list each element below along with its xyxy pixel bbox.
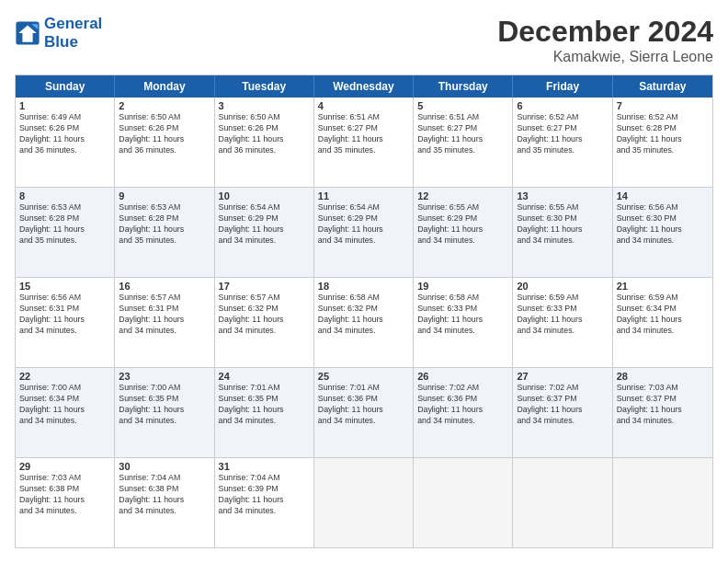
calendar-cell-12: 12Sunrise: 6:55 AM Sunset: 6:29 PM Dayli… [414,188,513,277]
calendar-cell-15: 15Sunrise: 6:56 AM Sunset: 6:31 PM Dayli… [16,278,115,367]
day-number: 6 [517,100,608,111]
header-friday: Friday [513,75,612,98]
calendar-cell-11: 11Sunrise: 6:54 AM Sunset: 6:29 PM Dayli… [314,188,414,277]
day-number: 29 [19,461,110,472]
calendar-cell-22: 22Sunrise: 7:00 AM Sunset: 6:34 PM Dayli… [16,368,115,457]
day-number: 20 [517,281,608,292]
day-number: 12 [417,190,508,201]
day-number: 8 [19,190,110,201]
day-number: 18 [318,281,409,292]
calendar-cell-25: 25Sunrise: 7:01 AM Sunset: 6:36 PM Dayli… [314,368,414,457]
calendar-cell-9: 9Sunrise: 6:53 AM Sunset: 6:28 PM Daylig… [115,188,214,277]
calendar-cell-empty [613,458,712,547]
day-number: 23 [119,371,210,382]
day-info: Sunrise: 6:57 AM Sunset: 6:32 PM Dayligh… [219,293,310,337]
calendar-cell-30: 30Sunrise: 7:04 AM Sunset: 6:38 PM Dayli… [115,458,214,547]
day-number: 27 [517,371,608,382]
calendar-cell-24: 24Sunrise: 7:01 AM Sunset: 6:35 PM Dayli… [215,368,314,457]
calendar-cell-23: 23Sunrise: 7:00 AM Sunset: 6:35 PM Dayli… [115,368,214,457]
day-number: 5 [417,100,508,111]
calendar-week-1: 8Sunrise: 6:53 AM Sunset: 6:28 PM Daylig… [16,188,712,278]
day-info: Sunrise: 6:55 AM Sunset: 6:30 PM Dayligh… [517,202,608,247]
day-info: Sunrise: 6:52 AM Sunset: 6:27 PM Dayligh… [517,112,608,156]
calendar-cell-31: 31Sunrise: 7:04 AM Sunset: 6:39 PM Dayli… [215,458,314,547]
calendar-cell-19: 19Sunrise: 6:58 AM Sunset: 6:33 PM Dayli… [414,278,513,367]
header: General Blue December 2024 Kamakwie, Sie… [15,15,713,65]
calendar-cell-4: 4Sunrise: 6:51 AM Sunset: 6:27 PM Daylig… [314,98,414,187]
calendar-cell-13: 13Sunrise: 6:55 AM Sunset: 6:30 PM Dayli… [513,188,612,277]
calendar-cell-17: 17Sunrise: 6:57 AM Sunset: 6:32 PM Dayli… [215,278,314,367]
day-info: Sunrise: 7:04 AM Sunset: 6:39 PM Dayligh… [219,473,310,517]
day-info: Sunrise: 6:53 AM Sunset: 6:28 PM Dayligh… [19,202,110,247]
day-info: Sunrise: 6:57 AM Sunset: 6:31 PM Dayligh… [119,293,210,337]
day-number: 11 [318,190,409,201]
day-number: 3 [219,100,310,111]
calendar-week-2: 15Sunrise: 6:56 AM Sunset: 6:31 PM Dayli… [16,278,712,368]
day-number: 16 [119,281,210,292]
day-info: Sunrise: 6:52 AM Sunset: 6:28 PM Dayligh… [617,112,709,156]
calendar-cell-empty [314,458,414,547]
logo-text: General Blue [44,15,102,51]
calendar-week-3: 22Sunrise: 7:00 AM Sunset: 6:34 PM Dayli… [16,368,712,458]
day-info: Sunrise: 6:54 AM Sunset: 6:29 PM Dayligh… [219,202,310,247]
calendar: Sunday Monday Tuesday Wednesday Thursday… [15,75,713,548]
day-info: Sunrise: 6:50 AM Sunset: 6:26 PM Dayligh… [119,112,210,156]
calendar-header: Sunday Monday Tuesday Wednesday Thursday… [16,75,712,98]
header-sunday: Sunday [16,75,115,98]
day-info: Sunrise: 7:04 AM Sunset: 6:38 PM Dayligh… [119,473,210,517]
calendar-cell-29: 29Sunrise: 7:03 AM Sunset: 6:38 PM Dayli… [16,458,115,547]
day-info: Sunrise: 7:00 AM Sunset: 6:34 PM Dayligh… [19,383,110,427]
calendar-cell-2: 2Sunrise: 6:50 AM Sunset: 6:26 PM Daylig… [115,98,214,187]
day-info: Sunrise: 7:03 AM Sunset: 6:37 PM Dayligh… [617,383,709,427]
day-info: Sunrise: 6:58 AM Sunset: 6:32 PM Dayligh… [318,293,409,337]
calendar-cell-10: 10Sunrise: 6:54 AM Sunset: 6:29 PM Dayli… [215,188,314,277]
calendar-cell-14: 14Sunrise: 6:56 AM Sunset: 6:30 PM Dayli… [613,188,712,277]
header-tuesday: Tuesday [215,75,314,98]
calendar-cell-6: 6Sunrise: 6:52 AM Sunset: 6:27 PM Daylig… [513,98,612,187]
day-number: 1 [19,100,110,111]
header-monday: Monday [115,75,214,98]
day-info: Sunrise: 6:59 AM Sunset: 6:33 PM Dayligh… [517,293,608,337]
calendar-week-4: 29Sunrise: 7:03 AM Sunset: 6:38 PM Dayli… [16,458,712,547]
header-saturday: Saturday [613,75,712,98]
calendar-cell-7: 7Sunrise: 6:52 AM Sunset: 6:28 PM Daylig… [613,98,712,187]
month-title: December 2024 [497,15,713,49]
day-number: 17 [219,281,310,292]
day-info: Sunrise: 6:49 AM Sunset: 6:26 PM Dayligh… [19,112,110,156]
day-number: 2 [119,100,210,111]
day-info: Sunrise: 7:03 AM Sunset: 6:38 PM Dayligh… [19,473,110,517]
day-number: 25 [318,371,409,382]
day-info: Sunrise: 6:54 AM Sunset: 6:29 PM Dayligh… [318,202,409,247]
day-info: Sunrise: 6:50 AM Sunset: 6:26 PM Dayligh… [219,112,310,156]
logo-icon [15,20,40,46]
logo: General Blue [15,15,102,51]
day-info: Sunrise: 6:56 AM Sunset: 6:30 PM Dayligh… [617,202,709,247]
day-number: 22 [19,371,110,382]
calendar-cell-27: 27Sunrise: 7:02 AM Sunset: 6:37 PM Dayli… [513,368,612,457]
calendar-week-0: 1Sunrise: 6:49 AM Sunset: 6:26 PM Daylig… [16,98,712,188]
day-info: Sunrise: 7:00 AM Sunset: 6:35 PM Dayligh… [119,383,210,427]
calendar-cell-empty [414,458,513,547]
day-number: 15 [19,281,110,292]
calendar-cell-20: 20Sunrise: 6:59 AM Sunset: 6:33 PM Dayli… [513,278,612,367]
day-number: 9 [119,190,210,201]
day-number: 4 [318,100,409,111]
calendar-cell-3: 3Sunrise: 6:50 AM Sunset: 6:26 PM Daylig… [215,98,314,187]
page: General Blue December 2024 Kamakwie, Sie… [0,0,728,563]
day-number: 30 [119,461,210,472]
day-info: Sunrise: 7:01 AM Sunset: 6:36 PM Dayligh… [318,383,409,427]
day-info: Sunrise: 6:51 AM Sunset: 6:27 PM Dayligh… [417,112,508,156]
day-number: 26 [417,371,508,382]
subtitle: Kamakwie, Sierra Leone [497,49,713,65]
calendar-cell-26: 26Sunrise: 7:02 AM Sunset: 6:36 PM Dayli… [414,368,513,457]
day-info: Sunrise: 6:59 AM Sunset: 6:34 PM Dayligh… [617,293,709,337]
day-number: 21 [617,281,709,292]
day-number: 24 [219,371,310,382]
day-info: Sunrise: 6:51 AM Sunset: 6:27 PM Dayligh… [318,112,409,156]
calendar-cell-5: 5Sunrise: 6:51 AM Sunset: 6:27 PM Daylig… [414,98,513,187]
day-number: 28 [617,371,709,382]
header-thursday: Thursday [414,75,513,98]
day-info: Sunrise: 6:58 AM Sunset: 6:33 PM Dayligh… [417,293,508,337]
day-number: 7 [617,100,709,111]
calendar-cell-empty [513,458,612,547]
